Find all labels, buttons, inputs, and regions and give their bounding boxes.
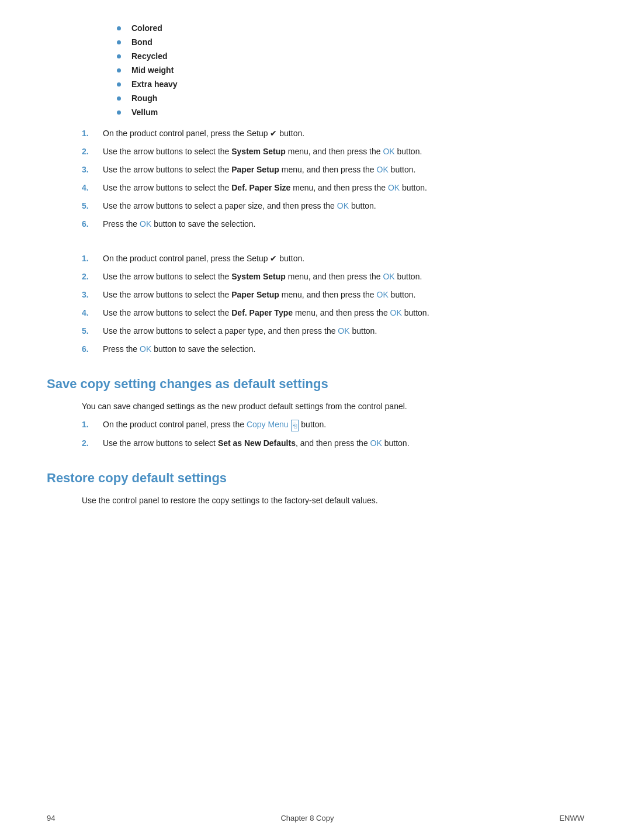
save-steps-section: 1. On the product control panel, press t…	[82, 419, 584, 449]
copy-menu-icon: ⎗	[291, 420, 299, 431]
step-number: 4.	[82, 307, 103, 319]
list-item: Recycled	[117, 51, 584, 61]
step-text: Press the OK button to save the selectio…	[103, 343, 584, 355]
step-3: 3. Use the arrow buttons to select the P…	[82, 164, 584, 176]
footer-enww: ENWW	[559, 814, 584, 822]
save-step-1: 1. On the product control panel, press t…	[82, 419, 584, 431]
bullet-icon	[117, 110, 121, 115]
step-text: On the product control panel, press the …	[103, 253, 584, 265]
save-steps: 1. On the product control panel, press t…	[82, 419, 584, 449]
save-section-heading: Save copy setting changes as default set…	[47, 376, 584, 392]
list-item: Extra heavy	[117, 79, 584, 89]
footer-chapter: Chapter 8 Copy	[280, 814, 334, 822]
step-text: Use the arrow buttons to select a paper …	[103, 325, 584, 337]
list-item: Colored	[117, 23, 584, 33]
step-number: 1.	[82, 253, 103, 265]
bullet-icon	[117, 68, 121, 72]
step-text: Use the arrow buttons to select the Pape…	[103, 289, 584, 301]
step-4: 4. Use the arrow buttons to select the D…	[82, 182, 584, 194]
paper-size-steps: 1. On the product control panel, press t…	[82, 127, 584, 230]
step-number: 1.	[82, 419, 103, 431]
step-text: Use the arrow buttons to select the Pape…	[103, 164, 584, 176]
step-number: 3.	[82, 164, 103, 176]
step-4: 4. Use the arrow buttons to select the D…	[82, 307, 584, 319]
page-footer: 94 Chapter 8 Copy ENWW	[0, 814, 631, 822]
step-text: Use the arrow buttons to select the Def.…	[103, 307, 584, 319]
step-3: 3. Use the arrow buttons to select the P…	[82, 289, 584, 301]
step-number: 5.	[82, 200, 103, 212]
step-text: Use the arrow buttons to select the Syst…	[103, 146, 584, 158]
save-step-2: 2. Use the arrow buttons to select Set a…	[82, 437, 584, 450]
bullet-icon	[117, 82, 121, 87]
paper-type-steps: 1. On the product control panel, press t…	[82, 253, 584, 355]
step-text: Use the arrow buttons to select the Syst…	[103, 271, 584, 283]
step-6: 6. Press the OK button to save the selec…	[82, 343, 584, 355]
step-number: 2.	[82, 146, 103, 158]
bullet-icon	[117, 96, 121, 101]
step-number: 4.	[82, 182, 103, 194]
step-text: On the product control panel, press the …	[103, 419, 584, 431]
bullet-icon	[117, 26, 121, 30]
step-number: 6.	[82, 218, 103, 230]
list-item: Rough	[117, 94, 584, 103]
paper-size-section: 1. On the product control panel, press t…	[82, 127, 584, 230]
step-2: 2. Use the arrow buttons to select the S…	[82, 146, 584, 158]
step-5: 5. Use the arrow buttons to select a pap…	[82, 200, 584, 212]
step-6: 6. Press the OK button to save the selec…	[82, 218, 584, 230]
step-1: 1. On the product control panel, press t…	[82, 127, 584, 140]
step-text: Use the arrow buttons to select a paper …	[103, 200, 584, 212]
step-number: 2.	[82, 437, 103, 450]
bullet-icon	[117, 54, 121, 58]
list-item: Bond	[117, 37, 584, 47]
step-number: 2.	[82, 271, 103, 283]
step-5: 5. Use the arrow buttons to select a pap…	[82, 325, 584, 337]
bullet-list: Colored Bond Recycled Mid weight Extra h…	[117, 23, 584, 117]
list-item: Vellum	[117, 108, 584, 117]
step-number: 1.	[82, 127, 103, 140]
paper-type-section: 1. On the product control panel, press t…	[82, 253, 584, 355]
step-number: 5.	[82, 325, 103, 337]
list-item: Mid weight	[117, 65, 584, 75]
save-section-body: You can save changed settings as the new…	[82, 400, 584, 413]
step-text: On the product control panel, press the …	[103, 127, 584, 140]
step-number: 3.	[82, 289, 103, 301]
step-2: 2. Use the arrow buttons to select the S…	[82, 271, 584, 283]
step-number: 6.	[82, 343, 103, 355]
restore-section-heading: Restore copy default settings	[47, 471, 584, 486]
footer-page-number: 94	[47, 814, 55, 822]
step-1: 1. On the product control panel, press t…	[82, 253, 584, 265]
step-text: Press the OK button to save the selectio…	[103, 218, 584, 230]
step-text: Use the arrow buttons to select the Def.…	[103, 182, 584, 194]
step-text: Use the arrow buttons to select Set as N…	[103, 437, 584, 450]
restore-section-body: Use the control panel to restore the cop…	[82, 494, 584, 507]
bullet-icon	[117, 40, 121, 44]
